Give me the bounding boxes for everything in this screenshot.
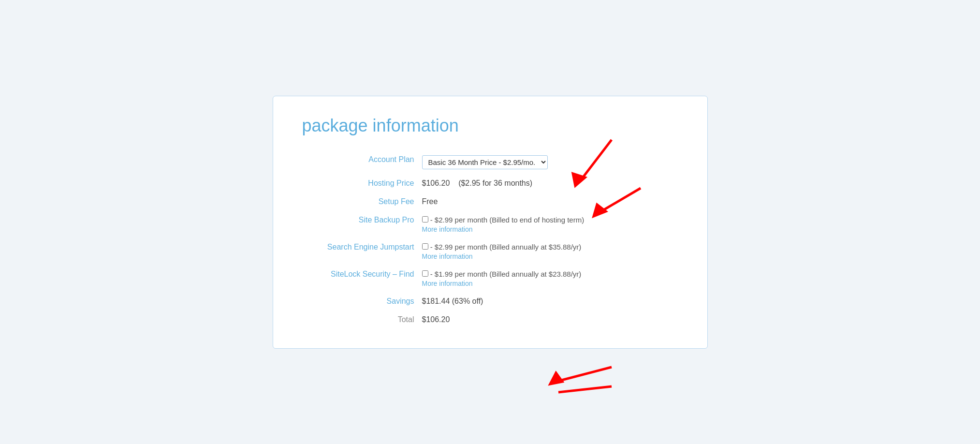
setup-fee-row: Setup Fee Free [302, 192, 678, 211]
search-engine-more-info[interactable]: More information [422, 252, 674, 260]
svg-line-4 [556, 367, 612, 382]
search-engine-checkbox[interactable] [422, 243, 428, 250]
page-title: package information [302, 116, 678, 136]
site-backup-more-info[interactable]: More information [422, 225, 674, 233]
savings-value: $181.44 (63% off) [418, 292, 678, 311]
search-engine-row: Search Engine Jumpstart - $2.99 per mont… [302, 238, 678, 265]
account-plan-value: Basic 36 Month Price - $2.95/mo. Basic 2… [418, 150, 678, 174]
search-engine-checkbox-wrapper: - $2.99 per month (Billed annually at $3… [422, 243, 582, 251]
total-row: Total $106.20 [302, 311, 678, 329]
total-value: $106.20 [418, 311, 678, 329]
hosting-price-label: Hosting Price [302, 174, 418, 192]
search-engine-description: - $2.99 per month (Billed annually at $3… [430, 243, 582, 251]
hosting-price-value: $106.20 ($2.95 for 36 months) [418, 174, 678, 192]
sitelock-value: - $1.99 per month (Billed annually at $2… [418, 265, 678, 292]
total-label: Total [302, 311, 418, 329]
site-backup-checkbox[interactable] [422, 216, 428, 222]
red-arrow-3 [467, 357, 636, 406]
search-engine-value: - $2.99 per month (Billed annually at $3… [418, 238, 678, 265]
sitelock-checkbox-wrapper: - $1.99 per month (Billed annually at $2… [422, 270, 582, 278]
account-plan-label: Account Plan [302, 150, 418, 174]
site-backup-value: - $2.99 per month (Billed to end of host… [418, 211, 678, 238]
site-backup-row: Site Backup Pro - $2.99 per month (Bille… [302, 211, 678, 238]
sitelock-row: SiteLock Security – Find - $1.99 per mon… [302, 265, 678, 292]
account-plan-row: Account Plan Basic 36 Month Price - $2.9… [302, 150, 678, 174]
svg-marker-5 [550, 373, 562, 384]
hosting-price-amount: $106.20 [422, 179, 450, 187]
sitelock-label: SiteLock Security – Find [302, 265, 418, 292]
sitelock-description: - $1.99 per month (Billed annually at $2… [430, 270, 582, 278]
search-engine-label: Search Engine Jumpstart [302, 238, 418, 265]
package-form-table: Account Plan Basic 36 Month Price - $2.9… [302, 150, 678, 329]
svg-line-6 [558, 386, 612, 392]
site-backup-label: Site Backup Pro [302, 211, 418, 238]
savings-row: Savings $181.44 (63% off) [302, 292, 678, 311]
package-information-card: package information Account Plan Basic 3… [273, 96, 708, 349]
setup-fee-label: Setup Fee [302, 192, 418, 211]
setup-fee-value: Free [418, 192, 678, 211]
site-backup-checkbox-wrapper: - $2.99 per month (Billed to end of host… [422, 216, 585, 224]
sitelock-more-info[interactable]: More information [422, 280, 674, 287]
sitelock-checkbox[interactable] [422, 270, 428, 277]
site-backup-description: - $2.99 per month (Billed to end of host… [430, 216, 585, 224]
hosting-price-detail: ($2.95 for 36 months) [458, 179, 532, 187]
hosting-price-row: Hosting Price $106.20 ($2.95 for 36 mont… [302, 174, 678, 192]
account-plan-select[interactable]: Basic 36 Month Price - $2.95/mo. Basic 2… [422, 155, 548, 169]
savings-label: Savings [302, 292, 418, 311]
